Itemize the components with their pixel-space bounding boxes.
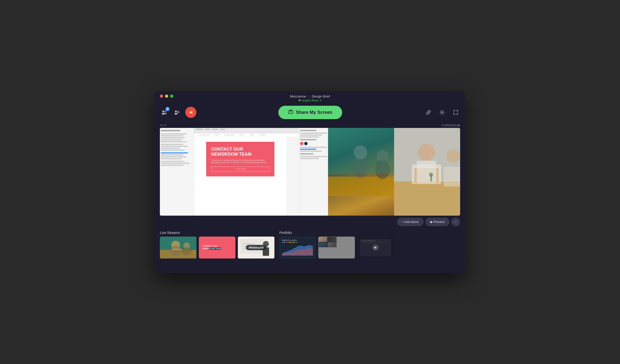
whiteboard-badge: Whiteboard: [246, 245, 267, 250]
nav-item-finance: FINANCE: [259, 134, 266, 136]
portfolio-thumbnails: WEBSITE LEADS: [279, 237, 460, 258]
title-text: Mezzanine | Design Brief: [290, 94, 330, 98]
exit-button[interactable]: [185, 107, 196, 118]
svg-text:APR 1: APR 1: [282, 255, 285, 256]
svg-point-5: [174, 113, 177, 115]
portfolio-label: Portfolio: [279, 231, 460, 235]
share-screen-label: Share My Screen: [296, 110, 332, 115]
main-area: Corkboards ▶: [155, 122, 465, 273]
live-stream-thumb-meeting[interactable]: [160, 237, 196, 258]
svg-rect-34: [172, 249, 182, 250]
portfolio-section: Portfolio WEBSITE LEADS: [279, 231, 460, 258]
svg-point-0: [162, 110, 164, 112]
toolbar-right: [424, 108, 460, 117]
stage-right-panel: [328, 128, 460, 216]
app-title: Mezzanine | Design Brief: [290, 94, 330, 98]
nav-item-news: NEWS: [249, 134, 254, 136]
nav-item-technology: TECHNOLOGY: [199, 134, 210, 136]
svg-point-22: [418, 144, 435, 161]
participants-button[interactable]: 5: [160, 108, 169, 117]
svg-rect-17: [328, 128, 394, 174]
svg-point-3: [164, 113, 167, 115]
window-controls: [160, 94, 173, 98]
bottom-area: + Add Items ▶ Present ··· Live Streams: [160, 216, 460, 260]
live-stream-thumb-contact[interactable]: CONTACT OUR NEWSROOM TEAM: [199, 237, 235, 258]
contact-title: CONTACT OUR NEWSROOM TEAM: [211, 147, 270, 157]
svg-point-31: [170, 246, 182, 256]
chart-svg: APR 1 APR 11 APR 21: [282, 244, 313, 256]
add-items-button[interactable]: + Add Items: [397, 218, 424, 226]
meeting-svg-right: [394, 128, 460, 216]
room-status-dot: [299, 99, 300, 101]
close-button[interactable]: [160, 94, 163, 98]
sketch-toolbar-bar: [194, 128, 299, 133]
svg-rect-8: [189, 112, 191, 113]
svg-point-25: [447, 149, 460, 163]
app-window: Mezzanine | Design Brief Origami Room ▾ …: [155, 91, 465, 273]
svg-point-4: [175, 110, 177, 112]
svg-rect-12: [328, 177, 394, 196]
sketch-mockup: TECHNOLOGY IDEAS LEADERSHIP VIDEO NEWS F…: [160, 128, 328, 216]
minimize-button[interactable]: [165, 94, 168, 98]
corkboards-label[interactable]: Corkboards ▶: [442, 123, 460, 127]
chart-title: WEBSITE LEADS: [282, 240, 313, 241]
more-icon: ···: [454, 220, 457, 224]
bottom-section: Live Streams: [160, 228, 460, 260]
svg-text:APR 21: APR 21: [303, 255, 307, 256]
nav-item-ideas: IDEAS: [215, 134, 219, 136]
stage-dot-2: [162, 124, 164, 126]
svg-rect-24: [444, 167, 460, 186]
present-label: ▶ Present: [430, 220, 445, 224]
sketch-properties-panel: [299, 128, 328, 216]
svg-point-2: [165, 111, 167, 112]
sketch-sidebar: [160, 128, 194, 216]
nav-item-video: VIDEO: [240, 134, 245, 136]
share-screen-button[interactable]: Share My Screen: [278, 106, 342, 119]
titlebar: Mezzanine | Design Brief Origami Room ▾: [155, 91, 465, 104]
present-button[interactable]: ▶ Present: [426, 218, 450, 226]
corkboards-arrow: ▶: [458, 123, 460, 127]
live-streams-section: Live Streams: [160, 231, 274, 258]
toolbar-left: 5: [160, 107, 196, 118]
contact-input-field: YOUR NAME: [211, 167, 270, 171]
stage: TECHNOLOGY IDEAS LEADERSHIP VIDEO NEWS F…: [160, 128, 460, 216]
expand-button[interactable]: [451, 108, 460, 117]
meeting-svg-left: [328, 128, 394, 216]
portfolio-thumb-chart[interactable]: WEBSITE LEADS: [279, 237, 316, 258]
meeting-photo-left: [328, 128, 394, 216]
stage-dots: [160, 124, 166, 126]
meeting-photo-right: [394, 128, 460, 216]
svg-point-1: [162, 113, 165, 115]
share-icon: [288, 109, 294, 116]
svg-rect-9: [192, 110, 193, 114]
portfolio-thumb-dark-ui[interactable]: ▶: [357, 237, 394, 258]
room-subtitle: Origami Room ▾: [299, 99, 322, 102]
participants-badge: 5: [166, 107, 170, 111]
live-streams-label: Live Streams: [160, 231, 274, 235]
stage-dot-1: [160, 124, 161, 126]
settings-button[interactable]: [438, 108, 447, 117]
stage-left-panel: TECHNOLOGY IDEAS LEADERSHIP VIDEO NEWS F…: [160, 128, 328, 216]
svg-point-33: [182, 247, 192, 255]
stage-header: Corkboards ▶: [160, 122, 460, 128]
play-icon: ▶: [373, 245, 378, 250]
sketch-canvas-area: TECHNOLOGY IDEAS LEADERSHIP VIDEO NEWS F…: [194, 128, 299, 216]
maximize-button[interactable]: [170, 94, 173, 98]
nav-item-leadership: LEADERSHIP: [224, 134, 235, 136]
svg-point-27: [429, 173, 433, 177]
contact-card: CONTACT OUR NEWSROOM TEAM There is a lot…: [206, 142, 274, 177]
link-button[interactable]: [424, 108, 433, 117]
room-dropdown-arrow[interactable]: ▾: [320, 99, 321, 102]
more-options-button[interactable]: ···: [451, 218, 460, 226]
toolbar: 5: [155, 104, 465, 122]
live-streams-thumbnails: CONTACT OUR NEWSROOM TEAM: [160, 237, 274, 258]
svg-rect-19: [394, 182, 460, 216]
live-stream-thumb-whiteboard[interactable]: Whiteboard: [238, 237, 274, 258]
sketch-canvas: CONTACT OUR NEWSROOM TEAM There is a lot…: [194, 137, 299, 216]
add-items-label: + Add Items: [402, 220, 419, 224]
portfolio-thumb-photo-grid[interactable]: [318, 237, 355, 258]
add-participant-button[interactable]: [172, 108, 181, 117]
stage-dot-3: [165, 124, 166, 126]
sketch-nav: TECHNOLOGY IDEAS LEADERSHIP VIDEO NEWS F…: [194, 133, 299, 137]
svg-rect-23: [417, 161, 436, 183]
